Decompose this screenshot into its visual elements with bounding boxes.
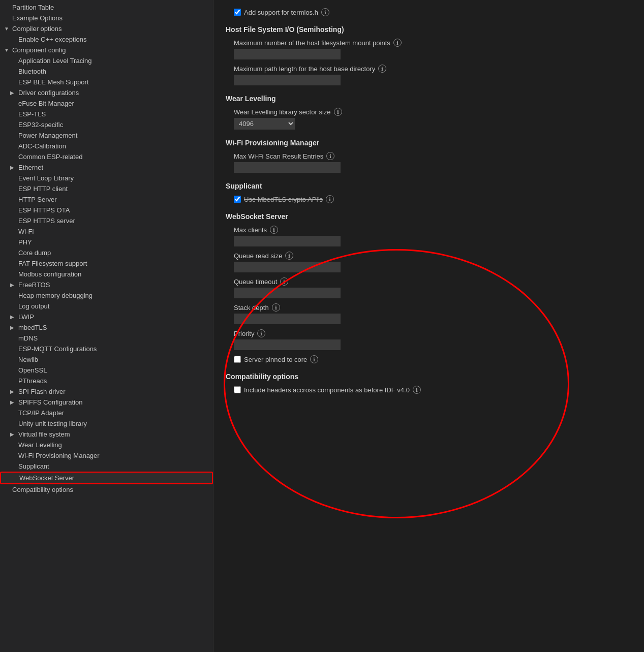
- sidebar-item-openssl[interactable]: OpenSSL: [0, 365, 213, 376]
- arrow-icon-compiler-options: ▼: [4, 26, 10, 32]
- sidebar: Partition TableExample Options▼Compiler …: [0, 0, 213, 652]
- sidebar-item-wifi[interactable]: Wi-Fi: [0, 226, 213, 237]
- priority-input[interactable]: 5: [234, 339, 341, 350]
- sidebar-item-compiler-options[interactable]: ▼Compiler options: [0, 23, 213, 34]
- mbedtls-info-icon[interactable]: ℹ: [326, 195, 334, 203]
- sidebar-label-heap-memory: Heap memory debugging: [18, 292, 93, 299]
- arrow-icon-spiffs: ▶: [10, 399, 16, 405]
- sidebar-label-http-server: HTTP Server: [18, 196, 57, 203]
- sidebar-label-pthreads: PThreads: [18, 377, 47, 385]
- max-clients-label-text: Max clients: [234, 226, 267, 234]
- max-path-input[interactable]: 128: [234, 75, 341, 85]
- max-clients-info-icon[interactable]: ℹ: [270, 226, 278, 234]
- sidebar-item-adc-calibration[interactable]: ADC-Calibration: [0, 141, 213, 151]
- arrow-icon-freertos: ▶: [10, 282, 16, 288]
- include-headers-checkbox[interactable]: [234, 386, 241, 393]
- sidebar-item-common-esp[interactable]: Common ESP-related: [0, 151, 213, 162]
- sidebar-item-component-config[interactable]: ▼Component config: [0, 45, 213, 55]
- sidebar-item-heap-memory[interactable]: Heap memory debugging: [0, 290, 213, 301]
- sidebar-item-lwip[interactable]: ▶LWIP: [0, 312, 213, 322]
- max-clients-input[interactable]: 20: [234, 236, 341, 246]
- sidebar-item-esp-https-server[interactable]: ESP HTTPS server: [0, 215, 213, 226]
- sidebar-item-ethernet[interactable]: ▶Ethernet: [0, 162, 213, 173]
- sidebar-item-driver-configs[interactable]: ▶Driver configurations: [0, 87, 213, 98]
- stack-depth-info-icon[interactable]: ℹ: [272, 303, 280, 312]
- queue-read-info-icon[interactable]: ℹ: [285, 252, 293, 260]
- mbedtls-checkbox[interactable]: [234, 196, 241, 203]
- queue-timeout-info-icon[interactable]: ℹ: [280, 277, 288, 286]
- priority-info-icon[interactable]: ℹ: [257, 329, 265, 337]
- sidebar-item-esp32-specific[interactable]: ESP32-specific: [0, 119, 213, 130]
- max-mount-points-label: Maximum number of the host filesystem mo…: [234, 39, 632, 47]
- sidebar-label-efuse-bit-manager: eFuse Bit Manager: [18, 100, 74, 107]
- sector-size-info-icon[interactable]: ℹ: [334, 108, 342, 116]
- sidebar-item-enable-cpp[interactable]: Enable C++ exceptions: [0, 34, 213, 45]
- sector-size-select[interactable]: 4096 512: [234, 118, 295, 130]
- sidebar-item-unity[interactable]: Unity unit testing library: [0, 418, 213, 429]
- sidebar-item-esp-ble-mesh[interactable]: ESP BLE Mesh Support: [0, 77, 213, 87]
- sidebar-item-event-loop[interactable]: Event Loop Library: [0, 173, 213, 183]
- termios-info-icon[interactable]: ℹ: [321, 8, 329, 16]
- max-scan-input[interactable]: 16: [234, 162, 341, 173]
- queue-read-input[interactable]: 10: [234, 262, 341, 272]
- max-mount-input[interactable]: 1: [234, 49, 341, 59]
- sidebar-item-partition-table[interactable]: Partition Table: [0, 2, 213, 13]
- sidebar-item-wifi-prov[interactable]: Wi-Fi Provisioning Manager: [0, 450, 213, 461]
- sidebar-item-freertos[interactable]: ▶FreeRTOS: [0, 280, 213, 290]
- sidebar-item-websocket-server[interactable]: WebSocket Server: [0, 472, 213, 484]
- sidebar-item-spiffs[interactable]: ▶SPIFFS Configuration: [0, 397, 213, 408]
- sidebar-item-esp-tls[interactable]: ESP-TLS: [0, 109, 213, 119]
- max-path-label: Maximum path length for the host base di…: [234, 65, 632, 73]
- sidebar-item-example-options[interactable]: Example Options: [0, 13, 213, 23]
- max-path-label-text: Maximum path length for the host base di…: [234, 65, 375, 73]
- sidebar-item-core-dump[interactable]: Core dump: [0, 247, 213, 258]
- sidebar-item-modbus[interactable]: Modbus configuration: [0, 269, 213, 280]
- stack-depth-input[interactable]: 6000: [234, 314, 341, 324]
- server-pinned-info-icon[interactable]: ℹ: [310, 355, 318, 363]
- sidebar-item-mdns[interactable]: mDNS: [0, 333, 213, 344]
- termios-row: Add support for termios.h ℹ: [226, 8, 632, 16]
- sidebar-label-power-management: Power Management: [18, 132, 77, 139]
- sidebar-item-esp-http-client[interactable]: ESP HTTP client: [0, 183, 213, 194]
- sidebar-item-supplicant[interactable]: Supplicant: [0, 461, 213, 472]
- sidebar-item-mbedtls[interactable]: ▶mbedTLS: [0, 322, 213, 333]
- arrow-icon-virtual-fs: ▶: [10, 431, 16, 437]
- sidebar-label-compiler-options: Compiler options: [12, 25, 62, 33]
- sidebar-item-power-management[interactable]: Power Management: [0, 130, 213, 141]
- sidebar-item-fat-filesystem[interactable]: FAT Filesystem support: [0, 258, 213, 269]
- sidebar-label-lwip: LWIP: [18, 313, 34, 321]
- sidebar-label-freertos: FreeRTOS: [18, 281, 50, 289]
- server-pinned-checkbox[interactable]: [234, 356, 241, 363]
- queue-timeout-input[interactable]: 30: [234, 288, 341, 298]
- sidebar-item-bluetooth[interactable]: Bluetooth: [0, 66, 213, 77]
- sidebar-item-log-output[interactable]: Log output: [0, 301, 213, 312]
- termios-checkbox[interactable]: [234, 9, 241, 16]
- sidebar-item-esp-https-ota[interactable]: ESP HTTPS OTA: [0, 205, 213, 215]
- sidebar-item-phy[interactable]: PHY: [0, 237, 213, 247]
- priority-label-text: Priority: [234, 330, 254, 337]
- max-scan-info-icon[interactable]: ℹ: [326, 152, 334, 160]
- queue-timeout-label: Queue timeout ℹ: [234, 277, 632, 286]
- sidebar-item-tcpip-adapter[interactable]: TCP/IP Adapter: [0, 408, 213, 418]
- sidebar-item-spi-flash[interactable]: ▶SPI Flash driver: [0, 386, 213, 397]
- priority-label: Priority ℹ: [234, 329, 632, 337]
- sidebar-item-efuse-bit-manager[interactable]: eFuse Bit Manager: [0, 98, 213, 109]
- sidebar-label-mdns: mDNS: [18, 334, 38, 342]
- sidebar-item-pthreads[interactable]: PThreads: [0, 376, 213, 386]
- sidebar-item-virtual-fs[interactable]: ▶Virtual file system: [0, 429, 213, 440]
- sidebar-item-wear-levelling[interactable]: Wear Levelling: [0, 440, 213, 450]
- sidebar-label-modbus: Modbus configuration: [18, 270, 81, 278]
- sidebar-item-esp-mqtt[interactable]: ESP-MQTT Configurations: [0, 344, 213, 354]
- wifi-prov-title: Wi-Fi Provisioning Manager: [226, 139, 632, 147]
- sidebar-label-esp-https-ota: ESP HTTPS OTA: [18, 206, 70, 214]
- sidebar-item-app-level-tracing[interactable]: Application Level Tracing: [0, 55, 213, 66]
- wear-levelling-title: Wear Levelling: [226, 95, 632, 103]
- sidebar-item-compat-options[interactable]: Compatibility options: [0, 484, 213, 495]
- include-headers-info-icon[interactable]: ℹ: [413, 386, 421, 394]
- queue-timeout-row: Queue timeout ℹ 30: [226, 277, 632, 298]
- sidebar-item-http-server[interactable]: HTTP Server: [0, 194, 213, 205]
- sidebar-item-newlib[interactable]: Newlib: [0, 354, 213, 365]
- stack-depth-row: Stack depth ℹ 6000: [226, 303, 632, 324]
- max-mount-info-icon[interactable]: ℹ: [393, 39, 402, 47]
- max-path-info-icon[interactable]: ℹ: [378, 65, 386, 73]
